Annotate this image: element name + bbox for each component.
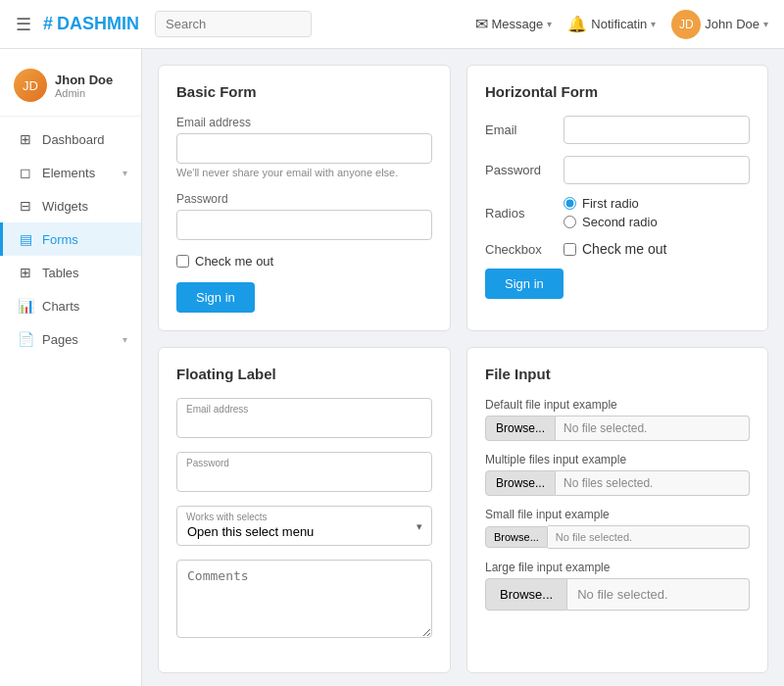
hform-email-label: Email bbox=[485, 122, 564, 137]
basic-sign-in-button[interactable]: Sign in bbox=[176, 282, 255, 313]
avatar: JD bbox=[671, 10, 701, 39]
file-small-row: Browse... No file selected. bbox=[485, 525, 750, 549]
hform-checkbox-label: Checkbox bbox=[485, 242, 564, 257]
sidebar-item-pages[interactable]: 📄 Pages ▾ bbox=[0, 322, 141, 356]
floating-comments-group bbox=[176, 560, 432, 641]
file-large-name: No file selected. bbox=[567, 578, 750, 611]
sidebar-label-charts: Charts bbox=[42, 299, 79, 314]
hform-sign-in-button[interactable]: Sign in bbox=[485, 269, 564, 299]
file-small-browse-button[interactable]: Browse... bbox=[485, 526, 548, 548]
user-name-label: John Doe bbox=[705, 17, 760, 31]
hamburger-icon[interactable]: ☰ bbox=[16, 14, 31, 35]
basic-form-card: Basic Form Email address We'll never sha… bbox=[158, 65, 451, 331]
file-large-group: Large file input example Browse... No fi… bbox=[485, 561, 750, 611]
file-multiple-name: No files selected. bbox=[556, 470, 750, 496]
main-content: Basic Form Email address We'll never sha… bbox=[142, 49, 784, 686]
sidebar-label-elements: Elements bbox=[42, 166, 95, 180]
file-input-card: File Input Default file input example Br… bbox=[466, 347, 768, 673]
sidebar-label-widgets: Widgets bbox=[42, 199, 88, 214]
file-large-browse-button[interactable]: Browse... bbox=[485, 578, 567, 611]
charts-icon: 📊 bbox=[17, 298, 34, 314]
file-input-title: File Input bbox=[485, 366, 750, 382]
basic-email-label: Email address bbox=[176, 116, 432, 129]
floating-comments-input[interactable] bbox=[176, 560, 432, 638]
envelope-icon: ✉ bbox=[475, 15, 488, 33]
file-large-row: Browse... No file selected. bbox=[485, 578, 750, 611]
sidebar-item-elements[interactable]: ◻ Elements ▾ bbox=[0, 156, 141, 189]
floating-label-card: Floating Label Email address Password Op… bbox=[158, 347, 451, 673]
sidebar-item-tables[interactable]: ⊞ Tables bbox=[0, 256, 141, 289]
tables-icon: ⊞ bbox=[17, 265, 34, 280]
floating-password-group: Password bbox=[176, 452, 432, 492]
sidebar-user-info: JD Jhon Doe Admin bbox=[0, 59, 141, 117]
sidebar-avatar: JD bbox=[14, 69, 47, 102]
brand-hash: # bbox=[43, 14, 53, 34]
floating-password-label: Password bbox=[186, 458, 229, 468]
hform-radio1[interactable] bbox=[564, 197, 576, 210]
sidebar: JD Jhon Doe Admin ⊞ Dashboard ◻ Elements… bbox=[0, 49, 142, 686]
file-default-group: Default file input example Browse... No … bbox=[485, 398, 750, 441]
notification-chevron-icon: ▾ bbox=[651, 19, 656, 29]
pages-icon: 📄 bbox=[17, 331, 34, 347]
bell-icon: 🔔 bbox=[567, 15, 587, 33]
basic-email-input[interactable] bbox=[176, 133, 432, 164]
sidebar-item-widgets[interactable]: ⊟ Widgets bbox=[0, 189, 141, 222]
message-label: Message bbox=[492, 17, 544, 31]
file-multiple-group: Multiple files input example Browse... N… bbox=[485, 453, 750, 496]
forms-icon: ▤ bbox=[17, 231, 34, 247]
floating-select[interactable]: Open this select menu Option 1 Option 2 bbox=[176, 506, 432, 546]
dashboard-icon: ⊞ bbox=[17, 131, 34, 147]
hform-radio2-label: Second radio bbox=[582, 215, 658, 229]
sidebar-item-charts[interactable]: 📊 Charts bbox=[0, 289, 141, 322]
file-large-label: Large file input example bbox=[485, 561, 750, 574]
sidebar-item-dashboard[interactable]: ⊞ Dashboard bbox=[0, 122, 141, 156]
hform-radios-row: Radios First radio Second radio bbox=[485, 196, 750, 229]
user-menu[interactable]: JD John Doe ▾ bbox=[671, 10, 768, 39]
horizontal-form-card: Horizontal Form Email Password Radios Fi… bbox=[466, 65, 768, 331]
hform-radios-label: Radios bbox=[485, 206, 564, 220]
sidebar-item-forms[interactable]: ▤ Forms bbox=[0, 222, 141, 256]
file-multiple-browse-button[interactable]: Browse... bbox=[485, 470, 556, 496]
file-default-label: Default file input example bbox=[485, 398, 750, 412]
hform-password-row: Password bbox=[485, 156, 750, 184]
sidebar-label-forms: Forms bbox=[42, 232, 78, 247]
basic-email-hint: We'll never share your email with anyone… bbox=[176, 167, 432, 178]
message-chevron-icon: ▾ bbox=[547, 19, 552, 29]
file-small-name: No file selected. bbox=[548, 525, 750, 549]
hform-radio2[interactable] bbox=[564, 216, 576, 228]
elements-chevron-icon: ▾ bbox=[122, 168, 127, 178]
hform-password-label: Password bbox=[485, 163, 564, 177]
basic-checkbox[interactable] bbox=[176, 255, 189, 268]
brand-logo: # DASHMIN bbox=[43, 14, 139, 34]
hform-email-row: Email bbox=[485, 116, 750, 144]
sidebar-user-role: Admin bbox=[55, 87, 113, 99]
basic-password-label: Password bbox=[176, 192, 432, 206]
brand-name: DASHMIN bbox=[57, 14, 139, 34]
hform-email-input[interactable] bbox=[564, 116, 750, 144]
message-menu[interactable]: ✉ Message ▾ bbox=[475, 15, 553, 33]
hform-password-input[interactable] bbox=[564, 156, 750, 184]
widgets-icon: ⊟ bbox=[17, 198, 34, 214]
horizontal-form-title: Horizontal Form bbox=[485, 83, 750, 100]
file-default-browse-button[interactable]: Browse... bbox=[485, 416, 556, 441]
notification-menu[interactable]: 🔔 Notificatin ▾ bbox=[567, 15, 656, 33]
content-grid: Basic Form Email address We'll never sha… bbox=[158, 65, 768, 686]
hform-checkbox[interactable] bbox=[564, 243, 576, 256]
file-default-name: No file selected. bbox=[556, 416, 750, 441]
file-small-label: Small file input example bbox=[485, 508, 750, 521]
file-multiple-label: Multiple files input example bbox=[485, 453, 750, 466]
hform-radio1-label: First radio bbox=[582, 196, 639, 211]
hform-radio2-row: Second radio bbox=[564, 215, 658, 229]
hform-radio-group: First radio Second radio bbox=[564, 196, 658, 229]
basic-password-input[interactable] bbox=[176, 210, 432, 240]
file-multiple-row: Browse... No files selected. bbox=[485, 470, 750, 496]
topnav-right: ✉ Message ▾ 🔔 Notificatin ▾ JD John Doe … bbox=[475, 10, 768, 39]
pages-chevron-icon: ▾ bbox=[122, 334, 127, 345]
search-input[interactable] bbox=[155, 11, 312, 37]
basic-email-group: Email address We'll never share your ema… bbox=[176, 116, 432, 178]
user-chevron-icon: ▾ bbox=[763, 19, 768, 29]
hform-checkbox-text: Check me out bbox=[582, 241, 666, 257]
floating-label-title: Floating Label bbox=[176, 366, 432, 382]
basic-password-group: Password bbox=[176, 192, 432, 240]
file-small-group: Small file input example Browse... No fi… bbox=[485, 508, 750, 549]
